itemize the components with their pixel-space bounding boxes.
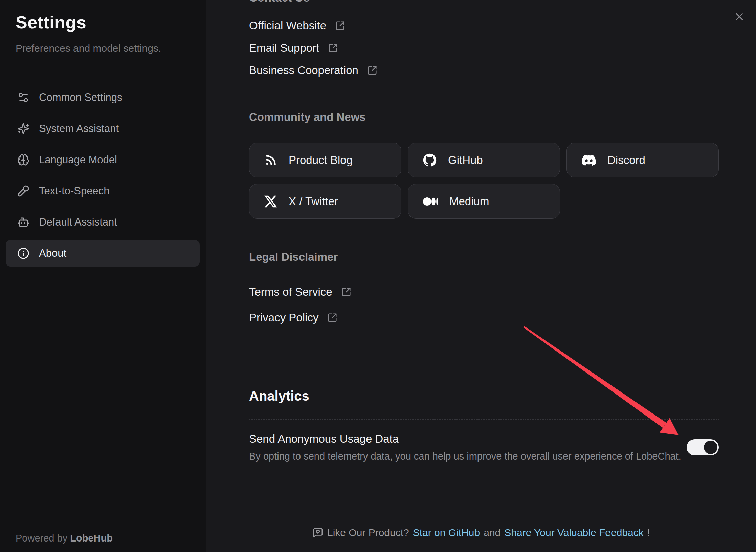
external-link-icon [335, 21, 345, 31]
business-cooperation-link[interactable]: Business Cooperation [249, 62, 719, 79]
sidebar-item-label: Language Model [39, 154, 117, 166]
settings-sidebar: Settings Preferences and model settings.… [0, 0, 206, 552]
external-link-icon [327, 313, 337, 323]
discord-button[interactable]: Discord [566, 143, 719, 177]
share-feedback-link[interactable]: Share Your Valuable Feedback [504, 527, 643, 538]
sidebar-item-language-model[interactable]: Language Model [6, 147, 200, 173]
footer-text: ! [647, 527, 650, 538]
external-link-icon [328, 43, 338, 53]
footer-text: and [484, 527, 501, 538]
powered-by-text: Powered by [16, 533, 67, 544]
sidebar-item-label: About [39, 247, 66, 259]
rss-icon [264, 154, 277, 167]
sidebar-item-text-to-speech[interactable]: Text-to-Speech [6, 178, 200, 204]
contact-us-heading: Contact Us [249, 0, 719, 3]
star-on-github-link[interactable]: Star on GitHub [413, 527, 480, 538]
link-label: Official Website [249, 19, 326, 32]
sliders-icon [17, 91, 29, 104]
x-logo-icon [264, 195, 277, 208]
button-label: Product Blog [289, 154, 353, 167]
telemetry-setting-row: Send Anonymous Usage Data By opting to s… [249, 432, 719, 462]
close-icon [734, 11, 745, 22]
telemetry-setting-label: Send Anonymous Usage Data [249, 432, 681, 445]
brain-icon [17, 154, 29, 166]
footer-text: Like Our Product? [327, 527, 409, 538]
external-link-icon [367, 65, 377, 76]
sidebar-item-label: Common Settings [39, 91, 122, 104]
discord-icon [582, 153, 596, 167]
page-subtitle: Preferences and model settings. [16, 43, 161, 54]
github-icon [423, 153, 437, 167]
sidebar-item-label: Default Assistant [39, 216, 117, 228]
button-label: Medium [449, 195, 489, 208]
external-link-icon [341, 287, 351, 297]
sidebar-item-common-settings[interactable]: Common Settings [6, 84, 200, 111]
mic-icon [17, 185, 29, 197]
info-icon [17, 247, 29, 259]
toggle-knob [704, 441, 717, 454]
official-website-link[interactable]: Official Website [249, 18, 719, 34]
powered-by: Powered by LobeHub [16, 533, 113, 544]
x-twitter-button[interactable]: X / Twitter [249, 184, 401, 219]
link-label: Privacy Policy [249, 311, 318, 324]
about-panel: Contact Us Official Website Email Suppor… [206, 0, 756, 552]
page-title: Settings [16, 12, 86, 33]
sidebar-item-label: Text-to-Speech [39, 185, 110, 197]
product-blog-button[interactable]: Product Blog [249, 143, 401, 177]
button-label: GitHub [448, 154, 483, 167]
message-heart-icon [312, 527, 324, 538]
section-divider [249, 95, 719, 95]
link-label: Terms of Service [249, 285, 332, 298]
community-buttons: Product Blog GitHub Discord X / Twitter [249, 143, 719, 219]
close-button[interactable] [733, 10, 746, 23]
link-label: Email Support [249, 42, 319, 55]
github-button[interactable]: GitHub [408, 143, 560, 177]
medium-icon [423, 197, 438, 206]
sidebar-item-system-assistant[interactable]: System Assistant [6, 115, 200, 142]
email-support-link[interactable]: Email Support [249, 40, 719, 56]
button-label: X / Twitter [289, 195, 338, 208]
analytics-heading: Analytics [249, 388, 719, 404]
community-heading: Community and News [249, 111, 719, 124]
sidebar-item-label: System Assistant [39, 123, 119, 135]
privacy-policy-link[interactable]: Privacy Policy [249, 310, 719, 326]
telemetry-setting-description: By opting to send telemetry data, you ca… [249, 451, 681, 462]
button-label: Discord [607, 154, 645, 167]
lobehub-brand[interactable]: LobeHub [70, 533, 113, 544]
settings-nav: Common Settings System Assistant Languag… [6, 84, 200, 267]
sparkles-icon [17, 123, 29, 135]
telemetry-toggle[interactable] [687, 439, 719, 455]
link-label: Business Cooperation [249, 64, 358, 77]
medium-button[interactable]: Medium [408, 184, 560, 219]
section-divider [249, 419, 719, 420]
terms-of-service-link[interactable]: Terms of Service [249, 284, 719, 300]
legal-heading: Legal Disclaimer [249, 251, 719, 263]
section-divider [249, 235, 719, 235]
feedback-footer: Like Our Product? Star on GitHub and Sha… [206, 527, 756, 538]
sidebar-item-about[interactable]: About [6, 240, 200, 267]
bot-icon [17, 216, 29, 228]
sidebar-item-default-assistant[interactable]: Default Assistant [6, 209, 200, 235]
